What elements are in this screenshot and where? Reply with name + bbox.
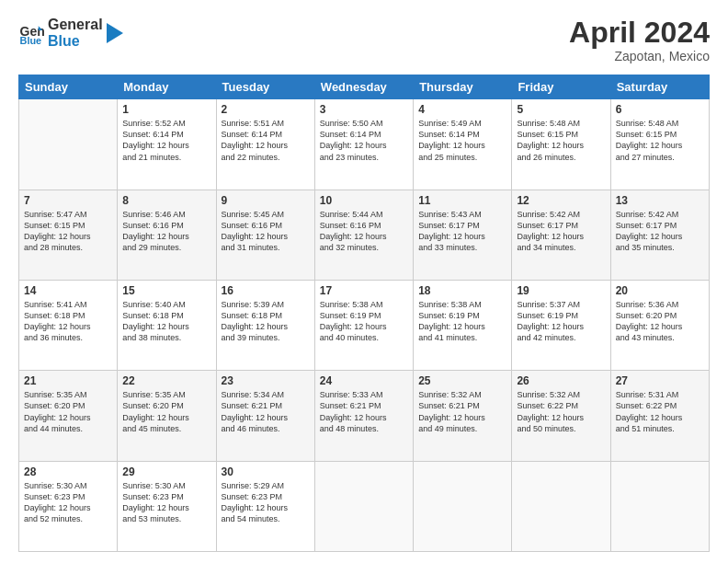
day-number: 17 xyxy=(320,284,408,297)
calendar-table: SundayMondayTuesdayWednesdayThursdayFrid… xyxy=(18,75,710,552)
calendar-cell: 5Sunrise: 5:48 AM Sunset: 6:15 PM Daylig… xyxy=(512,99,610,190)
calendar-cell xyxy=(512,461,610,551)
day-number: 7 xyxy=(24,194,112,207)
day-number: 15 xyxy=(122,284,210,297)
cell-info: Sunrise: 5:36 AM Sunset: 6:20 PM Dayligh… xyxy=(616,299,704,344)
cell-info: Sunrise: 5:33 AM Sunset: 6:21 PM Dayligh… xyxy=(320,389,408,434)
calendar-cell xyxy=(314,461,413,551)
day-number: 23 xyxy=(222,374,310,387)
cell-info: Sunrise: 5:30 AM Sunset: 6:23 PM Dayligh… xyxy=(122,480,210,525)
calendar-cell: 13Sunrise: 5:42 AM Sunset: 6:17 PM Dayli… xyxy=(610,190,709,280)
col-header-friday: Friday xyxy=(512,75,610,99)
day-number: 14 xyxy=(24,284,112,297)
calendar-cell: 16Sunrise: 5:39 AM Sunset: 6:18 PM Dayli… xyxy=(216,280,314,370)
calendar-cell: 17Sunrise: 5:38 AM Sunset: 6:19 PM Dayli… xyxy=(314,280,413,370)
cell-info: Sunrise: 5:52 AM Sunset: 6:14 PM Dayligh… xyxy=(122,118,210,163)
day-number: 12 xyxy=(517,194,605,207)
day-number: 30 xyxy=(222,465,310,478)
cell-info: Sunrise: 5:32 AM Sunset: 6:22 PM Dayligh… xyxy=(517,389,605,434)
calendar-cell: 9Sunrise: 5:45 AM Sunset: 6:16 PM Daylig… xyxy=(216,190,314,280)
day-number: 19 xyxy=(517,284,605,297)
calendar-cell: 3Sunrise: 5:50 AM Sunset: 6:14 PM Daylig… xyxy=(314,99,413,190)
cell-info: Sunrise: 5:30 AM Sunset: 6:23 PM Dayligh… xyxy=(24,480,112,525)
calendar-cell: 10Sunrise: 5:44 AM Sunset: 6:16 PM Dayli… xyxy=(314,190,413,280)
col-header-thursday: Thursday xyxy=(414,75,512,99)
calendar-cell: 14Sunrise: 5:41 AM Sunset: 6:18 PM Dayli… xyxy=(19,280,118,370)
cell-info: Sunrise: 5:47 AM Sunset: 6:15 PM Dayligh… xyxy=(24,209,112,254)
day-number: 26 xyxy=(517,374,605,387)
cell-info: Sunrise: 5:51 AM Sunset: 6:14 PM Dayligh… xyxy=(222,118,310,163)
title-block: April 2024 Zapotan, Mexico xyxy=(569,17,710,63)
day-number: 16 xyxy=(222,284,310,297)
location: Zapotan, Mexico xyxy=(569,49,710,63)
day-number: 8 xyxy=(122,194,210,207)
calendar-cell: 2Sunrise: 5:51 AM Sunset: 6:14 PM Daylig… xyxy=(216,99,314,190)
cell-info: Sunrise: 5:40 AM Sunset: 6:18 PM Dayligh… xyxy=(122,299,210,344)
cell-info: Sunrise: 5:48 AM Sunset: 6:15 PM Dayligh… xyxy=(616,118,704,163)
day-number: 9 xyxy=(222,194,310,207)
day-number: 28 xyxy=(24,465,112,478)
day-number: 24 xyxy=(320,374,408,387)
svg-marker-3 xyxy=(107,23,123,43)
col-header-monday: Monday xyxy=(118,75,216,99)
calendar-cell: 18Sunrise: 5:38 AM Sunset: 6:19 PM Dayli… xyxy=(414,280,512,370)
calendar-cell: 29Sunrise: 5:30 AM Sunset: 6:23 PM Dayli… xyxy=(118,461,216,551)
calendar-cell: 4Sunrise: 5:49 AM Sunset: 6:14 PM Daylig… xyxy=(414,99,512,190)
calendar-cell: 23Sunrise: 5:34 AM Sunset: 6:21 PM Dayli… xyxy=(216,371,314,461)
cell-info: Sunrise: 5:35 AM Sunset: 6:20 PM Dayligh… xyxy=(122,389,210,434)
cell-info: Sunrise: 5:45 AM Sunset: 6:16 PM Dayligh… xyxy=(222,209,310,254)
cell-info: Sunrise: 5:42 AM Sunset: 6:17 PM Dayligh… xyxy=(517,209,605,254)
day-number: 2 xyxy=(222,103,310,116)
day-number: 11 xyxy=(418,194,506,207)
calendar-cell: 28Sunrise: 5:30 AM Sunset: 6:23 PM Dayli… xyxy=(19,461,118,551)
calendar-cell: 7Sunrise: 5:47 AM Sunset: 6:15 PM Daylig… xyxy=(19,190,118,280)
calendar-cell: 15Sunrise: 5:40 AM Sunset: 6:18 PM Dayli… xyxy=(118,280,216,370)
day-number: 6 xyxy=(616,103,704,116)
day-number: 3 xyxy=(320,103,408,116)
logo-triangle-icon xyxy=(107,23,123,43)
day-number: 25 xyxy=(418,374,506,387)
cell-info: Sunrise: 5:38 AM Sunset: 6:19 PM Dayligh… xyxy=(320,299,408,344)
calendar-cell: 26Sunrise: 5:32 AM Sunset: 6:22 PM Dayli… xyxy=(512,371,610,461)
calendar-cell: 30Sunrise: 5:29 AM Sunset: 6:23 PM Dayli… xyxy=(216,461,314,551)
calendar-cell: 27Sunrise: 5:31 AM Sunset: 6:22 PM Dayli… xyxy=(610,371,709,461)
cell-info: Sunrise: 5:42 AM Sunset: 6:17 PM Dayligh… xyxy=(616,209,704,254)
cell-info: Sunrise: 5:34 AM Sunset: 6:21 PM Dayligh… xyxy=(222,389,310,434)
calendar-cell: 24Sunrise: 5:33 AM Sunset: 6:21 PM Dayli… xyxy=(314,371,413,461)
cell-info: Sunrise: 5:35 AM Sunset: 6:20 PM Dayligh… xyxy=(24,389,112,434)
calendar-cell: 22Sunrise: 5:35 AM Sunset: 6:20 PM Dayli… xyxy=(118,371,216,461)
cell-info: Sunrise: 5:50 AM Sunset: 6:14 PM Dayligh… xyxy=(320,118,408,163)
cell-info: Sunrise: 5:32 AM Sunset: 6:21 PM Dayligh… xyxy=(418,389,506,434)
col-header-saturday: Saturday xyxy=(610,75,709,99)
cell-info: Sunrise: 5:37 AM Sunset: 6:19 PM Dayligh… xyxy=(517,299,605,344)
cell-info: Sunrise: 5:46 AM Sunset: 6:16 PM Dayligh… xyxy=(122,209,210,254)
calendar-cell: 8Sunrise: 5:46 AM Sunset: 6:16 PM Daylig… xyxy=(118,190,216,280)
cell-info: Sunrise: 5:44 AM Sunset: 6:16 PM Dayligh… xyxy=(320,209,408,254)
calendar-cell xyxy=(19,99,118,190)
day-number: 21 xyxy=(24,374,112,387)
calendar-cell: 19Sunrise: 5:37 AM Sunset: 6:19 PM Dayli… xyxy=(512,280,610,370)
logo-icon: General Blue xyxy=(18,20,44,46)
calendar-cell: 21Sunrise: 5:35 AM Sunset: 6:20 PM Dayli… xyxy=(19,371,118,461)
calendar-cell: 6Sunrise: 5:48 AM Sunset: 6:15 PM Daylig… xyxy=(610,99,709,190)
month-year: April 2024 xyxy=(569,17,710,49)
day-number: 18 xyxy=(418,284,506,297)
day-number: 4 xyxy=(418,103,506,116)
cell-info: Sunrise: 5:39 AM Sunset: 6:18 PM Dayligh… xyxy=(222,299,310,344)
page: General Blue General Blue April 2024 Zap… xyxy=(0,0,728,563)
day-number: 13 xyxy=(616,194,704,207)
day-number: 1 xyxy=(122,103,210,116)
calendar-cell: 1Sunrise: 5:52 AM Sunset: 6:14 PM Daylig… xyxy=(118,99,216,190)
header: General Blue General Blue April 2024 Zap… xyxy=(18,17,710,63)
cell-info: Sunrise: 5:38 AM Sunset: 6:19 PM Dayligh… xyxy=(418,299,506,344)
calendar-cell: 20Sunrise: 5:36 AM Sunset: 6:20 PM Dayli… xyxy=(610,280,709,370)
day-number: 27 xyxy=(616,374,704,387)
svg-text:Blue: Blue xyxy=(20,36,42,47)
col-header-sunday: Sunday xyxy=(19,75,118,99)
cell-info: Sunrise: 5:49 AM Sunset: 6:14 PM Dayligh… xyxy=(418,118,506,163)
calendar-cell: 11Sunrise: 5:43 AM Sunset: 6:17 PM Dayli… xyxy=(414,190,512,280)
day-number: 29 xyxy=(122,465,210,478)
day-number: 20 xyxy=(616,284,704,297)
cell-info: Sunrise: 5:29 AM Sunset: 6:23 PM Dayligh… xyxy=(222,480,310,525)
calendar-cell xyxy=(414,461,512,551)
